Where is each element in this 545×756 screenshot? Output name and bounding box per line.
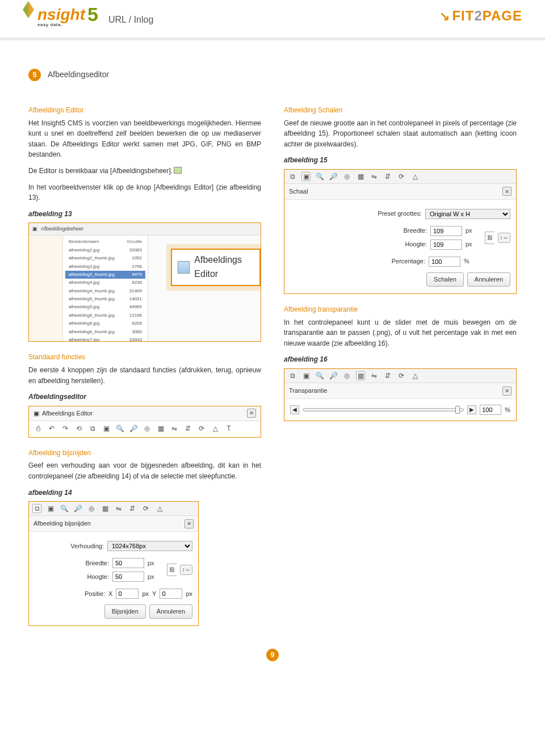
flip-h-icon[interactable]: ⇋: [114, 504, 123, 513]
slider-right-icon[interactable]: ▶: [467, 405, 476, 414]
warning-icon[interactable]: △: [211, 425, 220, 434]
rotate-icon[interactable]: ⟳: [397, 371, 406, 380]
undo-icon[interactable]: ↶: [47, 425, 56, 434]
cancel-button[interactable]: Annuleren: [467, 272, 510, 287]
pos-x-input[interactable]: [116, 589, 139, 599]
zoom-in-icon[interactable]: 🔍: [315, 172, 324, 181]
link-icon[interactable]: ⛓: [167, 564, 177, 576]
warning-icon[interactable]: △: [155, 504, 164, 513]
scale-button[interactable]: Schalen: [426, 272, 464, 287]
swap-icon[interactable]: ↕↔: [498, 233, 510, 243]
width-label: Breedte:: [69, 558, 109, 568]
resize-icon[interactable]: ▣: [46, 504, 55, 513]
swap-icon[interactable]: ↕↔: [180, 565, 192, 575]
close-icon[interactable]: ✕: [185, 519, 194, 528]
list-item[interactable]: afbeelding6_thumb.jpg12198: [65, 312, 145, 320]
list-item[interactable]: afbeelding2_thumb.jpg1052: [65, 254, 145, 262]
crop-icon[interactable]: ⧉: [288, 172, 297, 181]
rotate-icon[interactable]: ⟳: [397, 172, 406, 181]
close-icon[interactable]: ✕: [502, 387, 512, 396]
para-crop: Geef een verhouding aan voor de bijgesne…: [28, 460, 261, 481]
ratio-label: Verhouding:: [41, 541, 104, 551]
pos-x-label: X: [108, 589, 112, 599]
transparency-icon[interactable]: ▦: [100, 504, 110, 513]
list-item[interactable]: afbeelding3.jpg2798: [65, 263, 145, 271]
flip-v-icon[interactable]: ⇵: [128, 504, 137, 513]
row-percentage: Percentage: %: [290, 257, 510, 267]
list-item[interactable]: afbeelding5_thumb.jpg14031: [65, 295, 145, 303]
crop-icon[interactable]: ⧉: [288, 371, 297, 380]
resize-icon[interactable]: ▣: [301, 371, 311, 380]
list-item[interactable]: afbeelding6_thumb.jpg3080: [65, 328, 145, 336]
revert-icon[interactable]: ⟲: [74, 425, 83, 434]
rotate-icon[interactable]: ⟳: [141, 504, 150, 513]
list-header: Bestandsnaam Grootte: [65, 238, 145, 246]
width-input[interactable]: [430, 226, 462, 236]
fig15-body: Preset groottes: Original W x H Breedte:…: [284, 200, 516, 293]
ratio-select[interactable]: 1024x768px: [107, 541, 192, 551]
preset-select[interactable]: Original W x H: [425, 209, 510, 219]
resize-icon[interactable]: ▣: [301, 172, 311, 181]
fig13-callout[interactable]: Afbeeldings Editor: [171, 249, 261, 286]
zoom-in-icon[interactable]: 🔍: [315, 371, 324, 380]
pos-y-input[interactable]: [160, 589, 182, 599]
zoom-fit-icon[interactable]: ◎: [87, 504, 96, 513]
list-item[interactable]: afbeelding4.jpg8238: [65, 279, 145, 287]
flip-h-icon[interactable]: ⇋: [170, 425, 179, 434]
flip-v-icon[interactable]: ⇵: [183, 425, 192, 434]
height-input[interactable]: [430, 240, 462, 250]
crop-button[interactable]: Bijsnijden: [104, 604, 146, 619]
window-icon: ▣: [33, 409, 39, 418]
perc-input[interactable]: [429, 257, 460, 267]
zoom-out-icon[interactable]: 🔎: [329, 371, 338, 380]
list-item[interactable]: afbeelding7.jpg33943: [65, 336, 145, 342]
zoom-fit-icon[interactable]: ◎: [142, 425, 152, 434]
list-item-selected[interactable]: afbeelding3_thumb.jpg9475: [65, 271, 145, 279]
flip-v-icon[interactable]: ⇵: [383, 172, 392, 181]
crop-icon[interactable]: ⧉: [32, 504, 41, 513]
fig14-title: Afbeelding bijsnijden: [33, 519, 91, 528]
crop-icon[interactable]: ⧉: [88, 425, 97, 434]
flip-h-icon[interactable]: ⇋: [370, 371, 379, 380]
zoom-out-icon[interactable]: 🔎: [73, 504, 82, 513]
warning-icon[interactable]: △: [410, 172, 420, 181]
warning-icon[interactable]: △: [410, 371, 420, 380]
fig16-slider-row: ◀ ▶ %: [284, 399, 516, 421]
link-icon[interactable]: ⛓: [485, 232, 494, 244]
editorbar-title-wrap: ▣ Afbeeldings Editor: [33, 409, 93, 418]
redo-icon[interactable]: ↷: [61, 425, 70, 434]
close-icon[interactable]: ✕: [502, 187, 512, 196]
height-input[interactable]: [112, 572, 144, 582]
trans-value-input[interactable]: [480, 405, 501, 415]
width-input[interactable]: [112, 558, 144, 568]
list-item[interactable]: afbeelding5.jpg49985: [65, 303, 145, 311]
zoom-out-icon[interactable]: 🔎: [329, 172, 338, 181]
zoom-in-icon[interactable]: 🔍: [115, 425, 124, 434]
resize-icon[interactable]: ▣: [102, 425, 111, 434]
slider-handle[interactable]: [455, 406, 460, 414]
zoom-in-icon[interactable]: 🔍: [60, 504, 69, 513]
text-icon[interactable]: T: [224, 425, 233, 434]
zoom-out-icon[interactable]: 🔎: [129, 425, 138, 434]
unit-px: px: [148, 572, 164, 582]
fig13-topbar: ▣ Afbeeldingsbeheer: [29, 223, 261, 236]
print-icon[interactable]: ⎙: [33, 425, 43, 434]
list-item[interactable]: afbeelding4_thumb.jpg31409: [65, 287, 145, 295]
flip-h-icon[interactable]: ⇋: [370, 172, 379, 181]
close-icon[interactable]: ✕: [247, 409, 256, 418]
transparency-icon[interactable]: ▦: [356, 172, 365, 181]
cell-name: afbeelding5_thumb.jpg: [69, 296, 115, 303]
transparency-icon[interactable]: ▦: [156, 425, 165, 434]
transparency-slider[interactable]: [303, 408, 464, 411]
rotate-icon[interactable]: ⟳: [197, 425, 206, 434]
cell-size: 32083: [129, 247, 142, 254]
zoom-fit-icon[interactable]: ◎: [342, 371, 351, 380]
list-item[interactable]: afbeelding2.jpg32083: [65, 246, 145, 254]
zoom-fit-icon[interactable]: ◎: [342, 172, 351, 181]
fig15-label: afbeelding 15: [284, 155, 517, 166]
cancel-button[interactable]: Annuleren: [149, 604, 192, 619]
slider-left-icon[interactable]: ◀: [290, 405, 299, 414]
transparency-icon[interactable]: ▦: [356, 371, 365, 380]
list-item[interactable]: afbeelding6.jpg8208: [65, 320, 145, 327]
flip-v-icon[interactable]: ⇵: [383, 371, 392, 380]
